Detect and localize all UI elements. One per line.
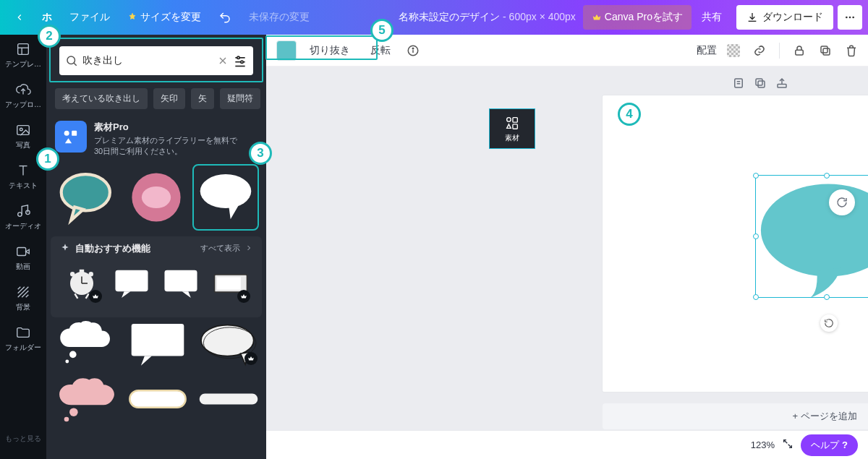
- footer-bar: 123% ヘルプ?: [266, 430, 868, 459]
- section-see-all[interactable]: すべて表示: [200, 243, 240, 254]
- rail-upload-label: アップロ…: [5, 100, 41, 110]
- rail-audio-label: オーディオ: [5, 221, 41, 231]
- download-label: ダウンロード: [762, 11, 823, 24]
- transparency-icon[interactable]: [724, 41, 743, 60]
- svg-rect-44: [200, 394, 258, 405]
- result-m6[interactable]: [197, 375, 260, 423]
- chip-arrow[interactable]: 矢印: [153, 88, 185, 109]
- rotate-handle[interactable]: [820, 314, 838, 332]
- trash-icon[interactable]: [842, 41, 861, 60]
- duplicate-icon[interactable]: [816, 41, 835, 60]
- elements-panel: 考えている吹き出し 矢印 矢 疑問符 素材Pro プレミアム素材のライブラリーを…: [46, 35, 266, 459]
- reco-4[interactable]: [208, 261, 254, 306]
- position-button[interactable]: 配置: [697, 44, 717, 57]
- svg-point-2: [852, 17, 854, 19]
- back-button[interactable]: [6, 6, 33, 29]
- rail-more-label: もっと見る: [5, 434, 41, 444]
- result-thumb-3[interactable]: [194, 166, 258, 229]
- result-m2[interactable]: [126, 320, 190, 368]
- svg-point-36: [69, 351, 77, 359]
- svg-point-0: [846, 17, 848, 19]
- side-rail: テンプレ… アップロ… 写真 素材 テキスト オーディオ 動画 背景 フォルダー…: [0, 35, 46, 459]
- svg-rect-27: [80, 270, 84, 273]
- clear-icon[interactable]: [217, 55, 229, 67]
- svg-rect-60: [778, 85, 786, 88]
- design-name: 名称未設定のデザイン: [399, 11, 500, 22]
- resize-menu[interactable]: サイズを変更: [119, 6, 210, 29]
- share-button[interactable]: 共有: [692, 6, 732, 29]
- top-header: ホ ファイル サイズを変更 未保存の変更 名称未設定のデザイン - 600px …: [0, 0, 868, 35]
- result-thumb-1[interactable]: [55, 166, 119, 229]
- canvas-wrap[interactable]: + ページを追加: [266, 67, 868, 430]
- search-box[interactable]: [59, 46, 253, 75]
- zoom-level[interactable]: 123%: [751, 439, 775, 450]
- rail-audio[interactable]: オーディオ: [0, 197, 46, 237]
- callout-2: 2: [38, 25, 61, 48]
- try-pro-button[interactable]: Canva Proを試す: [583, 5, 692, 30]
- svg-rect-43: [129, 390, 185, 408]
- lock-icon[interactable]: [790, 41, 809, 60]
- svg-point-11: [18, 212, 22, 216]
- add-page-button[interactable]: + ページを追加: [603, 403, 868, 429]
- filter-icon[interactable]: [233, 53, 247, 68]
- chip-thinking-bubble[interactable]: 考えている吹き出し: [55, 88, 148, 109]
- svg-point-14: [67, 56, 75, 64]
- more-menu-button[interactable]: [838, 5, 862, 30]
- rail-background[interactable]: 背景: [0, 278, 46, 318]
- reco-2[interactable]: [109, 261, 155, 306]
- promo-elements-pro[interactable]: 素材Pro プレミアム素材のライブラリーを無料で 30日間ご利用ください。: [46, 115, 266, 166]
- result-m3[interactable]: [197, 320, 260, 368]
- info-icon[interactable]: [404, 41, 422, 60]
- svg-point-39: [201, 325, 254, 356]
- help-label: ヘルプ: [811, 439, 839, 452]
- svg-point-25: [200, 174, 252, 208]
- svg-point-29: [89, 272, 93, 276]
- notes-icon[interactable]: [732, 77, 745, 90]
- svg-point-42: [64, 417, 69, 422]
- result-thumb-2[interactable]: [124, 166, 188, 229]
- svg-rect-35: [217, 277, 241, 289]
- result-m4[interactable]: [55, 375, 119, 423]
- design-title[interactable]: 名称未設定のデザイン - 600px × 400px: [391, 11, 583, 24]
- reco-1[interactable]: [59, 261, 105, 306]
- fullscreen-icon[interactable]: [782, 438, 793, 452]
- regenerate-button[interactable]: [829, 189, 855, 215]
- chip-question[interactable]: 疑問符: [220, 88, 260, 109]
- promo-text: 素材Pro プレミアム素材のライブラリーを無料で 30日間ご利用ください。: [94, 121, 237, 157]
- promo-title: 素材Pro: [94, 121, 237, 134]
- rail-background-label: 背景: [16, 302, 30, 312]
- link-icon[interactable]: [750, 41, 769, 60]
- promo-desc1: プレミアム素材のライブラリーを無料で: [94, 135, 237, 146]
- svg-point-37: [65, 360, 69, 364]
- svg-point-22: [61, 174, 110, 210]
- callout-1: 1: [36, 147, 59, 171]
- help-button[interactable]: ヘルプ?: [801, 434, 858, 456]
- chip-ya[interactable]: 矢: [191, 88, 214, 109]
- section-title: 自動おすすめ機能: [75, 242, 150, 255]
- result-m5[interactable]: [126, 375, 190, 423]
- promo-icon: [55, 121, 87, 153]
- result-m1[interactable]: [55, 320, 119, 368]
- svg-point-1: [849, 17, 851, 19]
- rail-folder[interactable]: フォルダー: [0, 318, 46, 359]
- app-root: ホ ファイル サイズを変更 未保存の変更 名称未設定のデザイン - 600px …: [0, 0, 868, 459]
- pro-badge-icon: [89, 290, 102, 303]
- svg-rect-58: [758, 81, 765, 87]
- undo-button[interactable]: [210, 6, 240, 29]
- search-input[interactable]: [82, 55, 213, 67]
- callout-5: 5: [370, 19, 393, 42]
- canvas-area: 切り抜き 反転 配置: [266, 35, 868, 459]
- duplicate-page-icon[interactable]: [754, 77, 767, 90]
- file-menu[interactable]: ファイル: [61, 6, 119, 29]
- download-button[interactable]: ダウンロード: [736, 5, 833, 30]
- svg-point-20: [64, 131, 69, 136]
- rail-more[interactable]: もっと見る: [0, 419, 46, 459]
- reco-3[interactable]: [158, 261, 204, 306]
- search-wrap: [49, 38, 263, 82]
- recommend-row: [51, 261, 262, 314]
- share-page-icon[interactable]: [775, 77, 788, 90]
- rail-video[interactable]: 動画: [0, 237, 46, 278]
- promo-desc2: 30日間ご利用ください。: [94, 146, 237, 157]
- rail-upload[interactable]: アップロ…: [0, 75, 46, 116]
- main-body: テンプレ… アップロ… 写真 素材 テキスト オーディオ 動画 背景 フォルダー…: [0, 35, 868, 459]
